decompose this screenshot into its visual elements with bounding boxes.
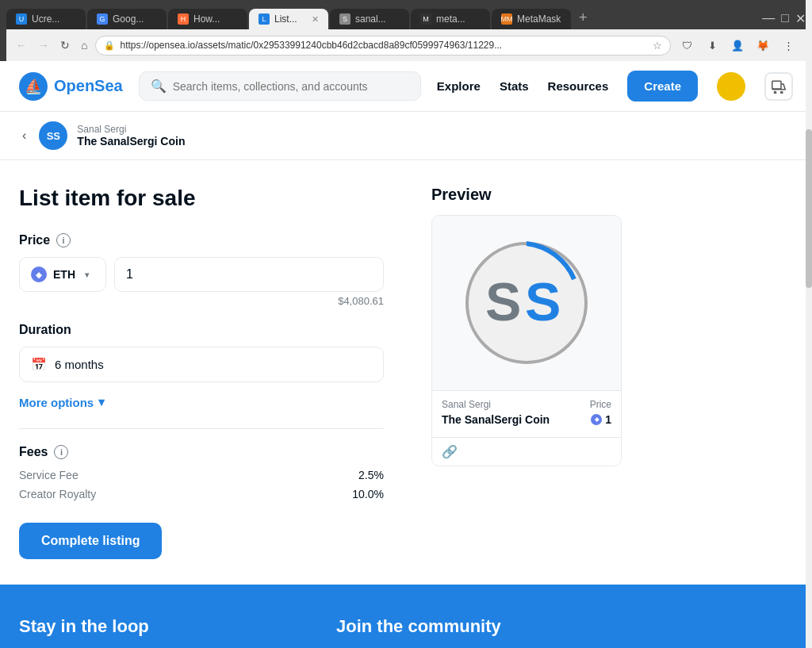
browser-toolbar: ← → ↻ ⌂ 🔒 https://opensea.io/assets/mati… <box>6 29 806 61</box>
opensea-header: ⛵ OpenSea 🔍 Explore Stats Resources Crea… <box>0 61 812 112</box>
tab1-favicon: U <box>16 13 27 25</box>
close-window-button[interactable]: ✕ <box>795 11 806 26</box>
scrollbar[interactable] <box>806 0 812 648</box>
tab5-label: sanal... <box>355 13 400 25</box>
more-options-button[interactable]: More options ▾ <box>19 395 105 409</box>
calendar-icon: 📅 <box>31 357 47 372</box>
browser-tab-2[interactable]: G Goog... <box>87 9 167 29</box>
section-divider <box>19 428 384 429</box>
search-input[interactable] <box>173 80 409 93</box>
price-usd-value: $4,080.61 <box>19 295 384 307</box>
price-input[interactable] <box>115 258 383 291</box>
tab4-close-icon[interactable]: ✕ <box>312 14 319 25</box>
fees-info-icon[interactable]: i <box>54 445 68 459</box>
footer-loop-column: Stay in the loop Join our mailing list t… <box>19 616 289 648</box>
service-fee-row: Service Fee 2.5% <box>19 469 384 481</box>
extension-icon-4[interactable]: 🦊 <box>752 34 774 56</box>
browser-tab-3[interactable]: H How... <box>168 9 247 29</box>
preview-bottom-row: The SanalSergi Coin ◆ 1 <box>442 413 611 426</box>
minimize-button[interactable]: — <box>762 11 775 26</box>
opensea-logo-icon: ⛵ <box>19 72 48 101</box>
browser-tabs: U Ucre... G Goog... H How... L List... ✕… <box>6 6 806 29</box>
opensea-search-bar[interactable]: 🔍 <box>139 71 421 101</box>
duration-value: 6 months <box>55 358 104 371</box>
preview-info: Sanal Sergi Price The SanalSergi Coin ◆ … <box>432 390 621 437</box>
preview-price-label: Price <box>590 399 611 410</box>
browser-tab-7[interactable]: MM MetaMask <box>492 9 571 29</box>
service-fee-label: Service Fee <box>19 469 79 481</box>
share-icon: 🔗 <box>442 445 458 458</box>
tab1-label: Ucre... <box>32 13 76 25</box>
new-tab-button[interactable]: + <box>573 6 594 29</box>
footer: Stay in the loop Join our mailing list t… <box>0 585 812 648</box>
opensea-app: ⛵ OpenSea 🔍 Explore Stats Resources Crea… <box>0 61 812 648</box>
breadcrumb-back-button[interactable]: ‹ <box>19 125 29 146</box>
footer-loop-title: Stay in the loop <box>19 616 289 637</box>
breadcrumb-collection-name: The SanalSergi Coin <box>77 135 185 148</box>
nav-resources[interactable]: Resources <box>548 79 609 93</box>
opensea-logo[interactable]: ⛵ OpenSea <box>19 72 123 101</box>
listing-form: List item for sale Price i ◆ ETH ▾ <box>19 186 384 559</box>
lock-icon: 🔒 <box>104 40 115 51</box>
home-button[interactable]: ⌂ <box>78 37 90 53</box>
footer-community-column: Join the community <box>336 616 576 648</box>
user-avatar[interactable] <box>717 72 745 101</box>
preview-eth-icon: ◆ <box>591 414 602 425</box>
extension-icon-3[interactable]: 👤 <box>726 34 749 56</box>
price-input-wrapper <box>114 257 384 292</box>
complete-listing-button[interactable]: Complete listing <box>19 523 162 559</box>
svg-point-2 <box>781 91 783 93</box>
tab4-label: List... <box>274 13 307 25</box>
browser-tab-6[interactable]: M meta... <box>411 9 490 29</box>
tab6-label: meta... <box>436 13 481 25</box>
extension-icon-2[interactable]: ⬇ <box>701 34 723 56</box>
more-options-label: More options <box>19 396 94 409</box>
cart-icon[interactable] <box>764 72 793 101</box>
reload-button[interactable]: ↻ <box>57 37 73 53</box>
nav-stats[interactable]: Stats <box>500 79 529 93</box>
breadcrumb-owner: Sanal Sergi <box>77 124 185 135</box>
duration-selector[interactable]: 📅 6 months <box>19 347 384 382</box>
maximize-button[interactable]: □ <box>781 11 789 26</box>
price-input-row: ◆ ETH ▾ <box>19 257 384 292</box>
nav-explore[interactable]: Explore <box>437 79 481 93</box>
creator-royalty-row: Creator Royalty 10.0% <box>19 488 384 500</box>
scrollbar-thumb[interactable] <box>806 129 812 288</box>
preview-price-value: ◆ 1 <box>591 413 611 426</box>
tab2-favicon: G <box>97 13 108 25</box>
footer-community-title: Join the community <box>336 616 576 637</box>
extension-icon-1[interactable]: 🛡 <box>676 34 698 56</box>
nav-create-button[interactable]: Create <box>627 71 698 102</box>
address-bar[interactable]: 🔒 https://opensea.io/assets/matic/0x2953… <box>95 36 671 56</box>
creator-royalty-label: Creator Royalty <box>19 488 96 500</box>
tab2-label: Goog... <box>113 13 157 25</box>
browser-action-icons: 🛡 ⬇ 👤 🦊 ⋮ <box>676 34 799 56</box>
preview-panel: Preview S S Sanal Sergi <box>431 186 622 559</box>
preview-nft-name: The SanalSergi Coin <box>442 413 550 426</box>
forward-button[interactable]: → <box>35 37 52 53</box>
page-title: List item for sale <box>19 186 384 211</box>
currency-chevron-icon: ▾ <box>85 270 89 279</box>
menu-icon[interactable]: ⋮ <box>777 34 799 56</box>
browser-tab-4-active[interactable]: L List... ✕ <box>249 9 328 29</box>
eth-icon: ◆ <box>31 266 47 282</box>
back-button[interactable]: ← <box>13 37 30 53</box>
opensea-logo-text: OpenSea <box>54 77 123 95</box>
svg-point-1 <box>774 91 776 93</box>
browser-tab-5[interactable]: S sanal... <box>330 9 409 29</box>
currency-selector[interactable]: ◆ ETH ▾ <box>19 257 106 292</box>
browser-tab-1[interactable]: U Ucre... <box>6 9 86 29</box>
svg-rect-0 <box>772 81 781 89</box>
price-label: Price <box>19 233 50 247</box>
bookmark-icon[interactable]: ☆ <box>653 40 662 52</box>
tab3-favicon: H <box>178 13 189 25</box>
price-info-icon[interactable]: i <box>56 233 71 247</box>
browser-chrome: U Ucre... G Goog... H How... L List... ✕… <box>0 0 812 61</box>
breadcrumb-info: Sanal Sergi The SanalSergi Coin <box>77 124 185 148</box>
footer-columns: Stay in the loop Join our mailing list t… <box>19 616 793 648</box>
breadcrumb: ‹ SS Sanal Sergi The SanalSergi Coin <box>0 112 812 160</box>
main-content: List item for sale Price i ◆ ETH ▾ <box>0 160 793 585</box>
creator-royalty-value: 10.0% <box>352 488 384 500</box>
preview-title: Preview <box>431 186 622 204</box>
tab5-favicon: S <box>339 13 350 25</box>
